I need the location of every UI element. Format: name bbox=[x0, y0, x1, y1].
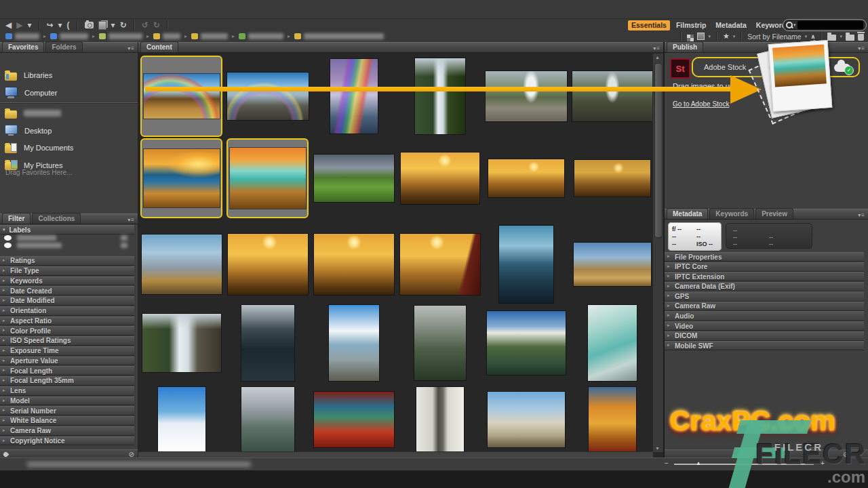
metadata-category-camera-data-exif[interactable]: ▸Camera Data (Exif) bbox=[665, 282, 864, 291]
thumbnail-window-city-person[interactable] bbox=[485, 226, 567, 302]
filter-category-white-balance[interactable]: ▸White Balance bbox=[0, 416, 134, 426]
filter-category-color-profile[interactable]: ▸Color Profile bbox=[0, 326, 134, 336]
open-dropdown-icon[interactable]: ▾ bbox=[840, 34, 842, 39]
workspace-tab-metadata[interactable]: Metadata bbox=[712, 20, 750, 30]
get-photos-from-camera-icon[interactable] bbox=[85, 22, 94, 28]
panel-menu-icon[interactable]: ▾≡ bbox=[127, 45, 135, 52]
sort-ascending-icon[interactable]: ∧ bbox=[810, 33, 815, 40]
thumbnail-glacier-climber[interactable] bbox=[571, 304, 653, 382]
view-thumbnail-icon[interactable] bbox=[697, 33, 705, 40]
metadata-category-file-properties[interactable]: ▸File Properties bbox=[665, 252, 864, 262]
panel-menu-icon[interactable]: ▾≡ bbox=[858, 212, 865, 218]
delete-icon[interactable] bbox=[858, 34, 864, 41]
forward-icon[interactable]: ▶ bbox=[16, 20, 22, 30]
thumbnail-rainbow-mountain[interactable] bbox=[140, 56, 222, 137]
thumbnail-teal-iceberg-sunset[interactable] bbox=[226, 138, 309, 218]
tab-keywords[interactable]: Keywords bbox=[709, 208, 754, 219]
panel-menu-icon[interactable]: ▾≡ bbox=[858, 45, 865, 52]
metadata-category-camera-raw[interactable]: ▸Camera Raw bbox=[665, 302, 864, 311]
favorites-item-my-pictures[interactable]: My Pictures bbox=[5, 158, 135, 173]
search-dropdown-icon[interactable]: ▾ bbox=[793, 22, 796, 28]
tab-preview[interactable]: Preview bbox=[755, 208, 793, 219]
filter-category-exposure-time[interactable]: ▸Exposure Time bbox=[0, 346, 134, 356]
new-folder-icon[interactable] bbox=[846, 35, 854, 41]
favorites-item-my-documents[interactable]: My Documents bbox=[5, 140, 135, 155]
thumbnail-cablecar-sunset-small-1[interactable] bbox=[485, 138, 567, 218]
thumbnail-boardwalk-mountains[interactable] bbox=[485, 304, 567, 382]
camera-raw-arc-icon[interactable]: ( bbox=[67, 20, 70, 30]
rotate-left-icon[interactable]: ↺ bbox=[142, 20, 149, 30]
filter-category-labels[interactable]: ▾ Labels bbox=[0, 225, 134, 235]
back-icon[interactable]: ◀ bbox=[5, 20, 12, 30]
thumbnail-vineyard-hill[interactable] bbox=[313, 138, 395, 218]
thumbnail-cablecar-city-gold-frame[interactable] bbox=[399, 226, 481, 302]
thumbnail-snowfield-hiker[interactable] bbox=[140, 384, 222, 452]
slider-thumb-icon[interactable]: ▲ bbox=[696, 460, 701, 466]
thumbnail-smaller-button[interactable]: − bbox=[665, 460, 669, 467]
rotate-right-icon[interactable]: ↻ bbox=[153, 20, 160, 30]
thumbnail-rocky-coast-rainbow[interactable] bbox=[226, 56, 309, 137]
rating-filter-star-icon[interactable]: ★ bbox=[723, 32, 730, 41]
metadata-category-video[interactable]: ▸Video bbox=[665, 321, 864, 331]
favorites-item-libraries[interactable]: Libraries bbox=[5, 68, 135, 83]
metadata-category-mobile-swf[interactable]: ▸Mobile SWF bbox=[665, 341, 864, 350]
filter-category-camera-raw[interactable]: ▸Camera Raw bbox=[0, 426, 134, 436]
filter-category-file-type[interactable]: ▸File Type bbox=[0, 266, 134, 276]
filter-category-keywords[interactable]: ▸Keywords bbox=[0, 277, 134, 286]
filter-category-copyright-notice[interactable]: ▸Copyright Notice bbox=[0, 436, 134, 446]
thumbnail-canyon-waterfall[interactable] bbox=[485, 56, 567, 137]
refine-dropdown-icon[interactable]: ▾ bbox=[111, 20, 115, 30]
vertical-scrollbar[interactable]: ▲ ▼ bbox=[652, 54, 663, 452]
thumbnail-temple-painted-eaves[interactable] bbox=[313, 384, 395, 452]
breadcrumb-item[interactable] bbox=[191, 33, 228, 39]
filter-category-orientation[interactable]: ▸Orientation bbox=[0, 306, 134, 316]
panel-menu-icon[interactable]: ▾≡ bbox=[127, 217, 135, 223]
filter-category-focal-length-35mm[interactable]: ▸Focal Length 35mm bbox=[0, 376, 134, 386]
workspace-tab-essentials[interactable]: Essentials bbox=[628, 20, 670, 30]
tab-favorites[interactable]: Favorites bbox=[2, 41, 44, 52]
thumbnail-stone-balustrade[interactable] bbox=[485, 384, 567, 452]
favorites-item-computer[interactable]: Computer bbox=[5, 85, 135, 100]
search-input[interactable]: ▾ bbox=[783, 19, 867, 31]
sync-icon[interactable]: ↻ bbox=[120, 20, 127, 30]
thumbnail-cablecar-sunset-large[interactable] bbox=[399, 138, 481, 218]
filter-category-focal-length[interactable]: ▸Focal Length bbox=[0, 366, 134, 375]
filter-label-row[interactable] bbox=[0, 242, 134, 249]
thumbnail-desert-mountain-rainbow[interactable] bbox=[571, 226, 653, 302]
boomerang-dropdown-icon[interactable]: ▾ bbox=[58, 20, 62, 30]
filter-category-ratings[interactable]: ▸Ratings bbox=[0, 256, 134, 266]
filter-category-aperture-value[interactable]: ▸Aperture Value bbox=[0, 357, 134, 366]
favorites-item-redacted[interactable] bbox=[5, 106, 135, 121]
tab-collections[interactable]: Collections bbox=[32, 213, 81, 224]
filter-category-aspect-ratio[interactable]: ▸Aspect Ratio bbox=[0, 317, 134, 326]
thumbnail-cablecar-sunset-small-2[interactable] bbox=[571, 138, 653, 218]
metadata-category-audio[interactable]: ▸Audio bbox=[665, 311, 864, 321]
metadata-category-dicom[interactable]: ▸DICOM bbox=[665, 331, 864, 341]
tab-content[interactable]: Content bbox=[140, 41, 178, 52]
tab-publish[interactable]: Publish bbox=[667, 41, 703, 52]
keep-filter-pin-icon[interactable] bbox=[3, 451, 9, 458]
refine-stack-icon[interactable] bbox=[98, 21, 106, 30]
thumbnail-canyon-waterfall-dark[interactable] bbox=[571, 56, 653, 137]
tab-metadata[interactable]: Metadata bbox=[667, 208, 708, 219]
breadcrumb-item[interactable] bbox=[153, 33, 180, 39]
thumbnail-carved-stone-cross[interactable] bbox=[399, 384, 481, 452]
filter-category-date-created[interactable]: ▸Date Created bbox=[0, 286, 134, 296]
tab-filter[interactable]: Filter bbox=[2, 213, 31, 224]
go-to-adobe-stock-link[interactable]: Go to Adobe Stock bbox=[673, 100, 729, 108]
breadcrumb-item[interactable] bbox=[5, 33, 39, 39]
thumbnail-bronze-lion-statue[interactable] bbox=[226, 384, 309, 452]
breadcrumb-item[interactable] bbox=[239, 33, 283, 39]
thumbnail-blue-iceberg-sunset[interactable] bbox=[140, 138, 222, 218]
thumbnail-lone-tree-lake[interactable] bbox=[313, 304, 395, 382]
metadata-category-iptc-extension[interactable]: ▸IPTC Extension bbox=[665, 272, 864, 281]
scroll-down-icon[interactable]: ▼ bbox=[655, 446, 660, 451]
tab-folders[interactable]: Folders bbox=[45, 41, 82, 52]
favorites-item-desktop[interactable]: Desktop bbox=[5, 123, 135, 138]
sort-dropdown-icon[interactable]: ▾ bbox=[805, 34, 808, 39]
thumbnail-skogafoss-waterfall[interactable] bbox=[140, 304, 222, 382]
filter-category-model[interactable]: ▸Model bbox=[0, 396, 134, 406]
thumbnail-waterfall-portrait[interactable] bbox=[399, 56, 481, 137]
thumbnail-rainbow-portrait[interactable] bbox=[313, 56, 395, 137]
boomerang-return-icon[interactable]: ↪ bbox=[47, 20, 54, 30]
